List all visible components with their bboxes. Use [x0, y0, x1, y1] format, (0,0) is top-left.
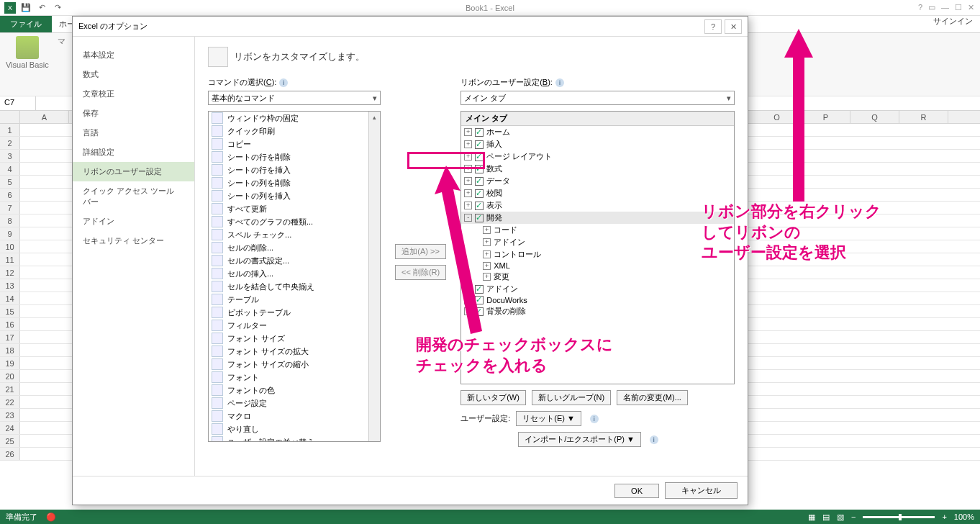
row-header[interactable]: 22: [0, 396, 20, 408]
tree-item[interactable]: +挿入: [461, 138, 734, 150]
zoom-out-icon[interactable]: −: [851, 512, 856, 521]
tree-item[interactable]: +データ: [461, 175, 734, 187]
command-item[interactable]: クイック印刷: [209, 125, 380, 137]
nav-item[interactable]: 基本設定: [73, 45, 194, 65]
tree-checkbox[interactable]: [475, 202, 484, 210]
import-export-button[interactable]: インポート/エクスポート(P) ▼: [518, 432, 641, 447]
row-header[interactable]: 13: [0, 279, 20, 292]
tree-checkbox[interactable]: [475, 177, 484, 186]
command-item[interactable]: セルの書式設定...: [209, 254, 380, 267]
nav-item[interactable]: 数式: [73, 65, 194, 84]
commands-listbox[interactable]: ▴ ウィンドウ枠の固定クイック印刷コピーシートの行を削除シートの行を挿入シートの…: [208, 111, 381, 442]
tree-checkbox[interactable]: [475, 296, 484, 304]
row-header[interactable]: 24: [0, 422, 20, 434]
info-icon[interactable]: i: [555, 78, 564, 87]
choose-commands-combo[interactable]: 基本的なコマンド: [208, 91, 381, 105]
rename-button[interactable]: 名前の変更(M)...: [617, 390, 688, 405]
command-item[interactable]: ウィンドウ枠の固定: [209, 112, 380, 125]
tree-expander[interactable]: +: [464, 140, 472, 148]
tree-expander[interactable]: +: [464, 128, 472, 136]
row-header[interactable]: 19: [0, 357, 20, 369]
nav-item[interactable]: 詳細設定: [73, 143, 194, 162]
ribbon-toggle-icon[interactable]: ▭: [928, 3, 935, 12]
row-header[interactable]: 26: [0, 448, 20, 460]
nav-item[interactable]: 保存: [73, 104, 194, 123]
command-item[interactable]: セルの削除...: [209, 241, 380, 254]
nav-item[interactable]: アドイン: [73, 212, 194, 231]
col-header[interactable]: P: [802, 111, 850, 123]
row-header[interactable]: 23: [0, 409, 20, 421]
command-item[interactable]: シートの列を削除: [209, 176, 380, 189]
command-item[interactable]: フィルター: [209, 319, 380, 332]
remove-button[interactable]: << 削除(R): [395, 265, 446, 280]
command-item[interactable]: マクロ: [209, 410, 380, 423]
row-header[interactable]: 21: [0, 383, 20, 395]
tree-expander[interactable]: +: [483, 238, 491, 246]
row-header[interactable]: 14: [0, 292, 20, 304]
tree-subitem[interactable]: +アドイン: [461, 236, 734, 248]
nav-item[interactable]: セキュリティ センター: [73, 231, 194, 250]
view-normal-icon[interactable]: ▦: [808, 512, 815, 522]
command-item[interactable]: コピー: [209, 137, 380, 150]
command-item[interactable]: やり直し: [209, 423, 380, 435]
nav-item[interactable]: リボンのユーザー設定: [73, 162, 194, 181]
ok-button[interactable]: OK: [614, 484, 659, 498]
redo-icon[interactable]: ↷: [52, 2, 63, 14]
tree-checkbox[interactable]: [475, 285, 484, 294]
add-button[interactable]: 追加(A) >>: [395, 244, 446, 259]
tree-checkbox[interactable]: [475, 189, 484, 198]
tree-item[interactable]: +アドイン: [461, 283, 734, 295]
info-icon[interactable]: i: [650, 435, 658, 444]
nav-item[interactable]: クイック アクセス ツール バー: [73, 181, 194, 212]
tree-expander[interactable]: +: [464, 307, 472, 315]
tree-subitem[interactable]: +変更: [461, 271, 734, 283]
undo-icon[interactable]: ↶: [36, 2, 47, 14]
row-header[interactable]: 20: [0, 370, 20, 382]
command-item[interactable]: ピボットテーブル: [209, 306, 380, 319]
tree-item[interactable]: -開発: [461, 212, 734, 224]
tree-item[interactable]: +数式: [461, 163, 734, 175]
tree-expander[interactable]: +: [464, 177, 472, 185]
tree-expander[interactable]: -: [464, 214, 472, 222]
save-icon[interactable]: 💾: [20, 2, 32, 14]
tree-item[interactable]: +校閲: [461, 187, 734, 199]
row-header[interactable]: 6: [0, 189, 20, 201]
command-item[interactable]: フォントの色: [209, 384, 380, 397]
tree-checkbox[interactable]: [475, 307, 484, 316]
tree-expander[interactable]: +: [464, 285, 472, 293]
command-item[interactable]: フォント サイズの拡大: [209, 345, 380, 358]
visual-basic-icon[interactable]: [16, 36, 39, 59]
info-icon[interactable]: i: [590, 415, 599, 423]
command-item[interactable]: シートの行を削除: [209, 150, 380, 163]
row-header[interactable]: 15: [0, 305, 20, 317]
command-item[interactable]: セルを結合して中央揃え: [209, 280, 380, 293]
tree-item[interactable]: +DocuWorks: [461, 295, 734, 305]
minimize-icon[interactable]: —: [941, 3, 949, 12]
help-icon[interactable]: ?: [918, 3, 922, 12]
maximize-icon[interactable]: ☐: [955, 3, 962, 12]
tree-expander[interactable]: +: [464, 202, 472, 209]
row-header[interactable]: 3: [0, 150, 20, 162]
info-icon[interactable]: i: [279, 78, 288, 87]
new-tab-button[interactable]: 新しいタブ(W): [460, 390, 526, 405]
scrollbar[interactable]: ▴: [368, 112, 380, 441]
select-all-corner[interactable]: [0, 111, 20, 123]
tree-expander[interactable]: +: [464, 153, 472, 161]
row-header[interactable]: 25: [0, 435, 20, 447]
command-item[interactable]: フォント サイズの縮小: [209, 358, 380, 371]
zoom-slider[interactable]: [863, 516, 935, 518]
reset-button[interactable]: リセット(E) ▼: [516, 411, 581, 426]
tree-subitem[interactable]: +コード: [461, 224, 734, 236]
row-header[interactable]: 17: [0, 331, 20, 343]
col-header[interactable]: O: [753, 111, 802, 123]
row-header[interactable]: 4: [0, 163, 20, 175]
tree-checkbox[interactable]: [475, 153, 484, 161]
col-header[interactable]: R: [899, 111, 948, 123]
command-item[interactable]: シートの列を挿入: [209, 189, 380, 202]
row-header[interactable]: 8: [0, 214, 20, 227]
col-header[interactable]: Q: [850, 111, 899, 123]
command-item[interactable]: フォント サイズ: [209, 332, 380, 345]
row-header[interactable]: 9: [0, 227, 20, 240]
tree-expander[interactable]: +: [483, 273, 491, 281]
tree-expander[interactable]: +: [464, 297, 472, 304]
